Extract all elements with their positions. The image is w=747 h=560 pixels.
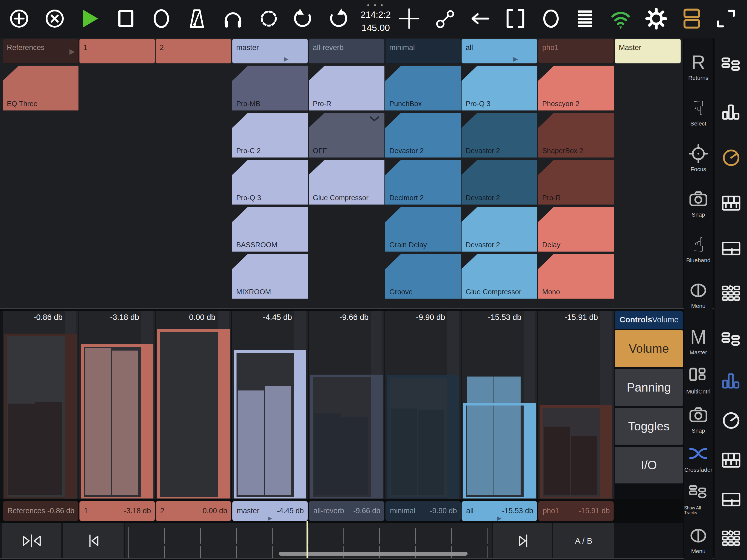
list-button[interactable] [572, 6, 598, 32]
track-label-master[interactable]: master-4.45 db▶ [232, 501, 308, 521]
sidebar-item-focus[interactable]: Focus [689, 143, 708, 173]
device-cell-devastor-2[interactable]: Devastor 2 [462, 113, 537, 157]
track-label-2[interactable]: 20.00 db [156, 501, 231, 521]
volume-fader-frame[interactable] [157, 329, 230, 499]
loop-button[interactable] [256, 6, 282, 32]
device-cell-glue-compressor[interactable]: Glue Compressor [309, 160, 384, 205]
device-cell-eq-three[interactable]: EQ Three [3, 66, 78, 110]
device-cell-grain-delay[interactable]: Grain Delay [385, 207, 461, 252]
sidebar-item-snap[interactable]: Snap [689, 404, 708, 434]
fader-column-all[interactable]: -15.53 db [462, 311, 537, 499]
volume-fader-frame[interactable] [387, 375, 459, 499]
track-label-all-reverb[interactable]: all-reverb-9.66 db [309, 501, 384, 521]
device-cell-glue-compressor[interactable]: Glue Compressor [462, 254, 537, 299]
sidebar-item-menu[interactable]: Menu [689, 525, 708, 555]
controls-button-io[interactable]: I/O [615, 447, 683, 483]
view-switch-bars[interactable] [721, 371, 741, 391]
brackets-button[interactable] [503, 6, 528, 32]
arrow-left-button[interactable] [467, 6, 493, 32]
expand-arrow-icon[interactable]: ▶ [268, 515, 272, 521]
device-cell-bassroom[interactable]: BASSROOM [232, 207, 308, 252]
view-switch-clips-grid[interactable] [721, 530, 741, 549]
device-cell-devastor-2[interactable]: Devastor 2 [462, 160, 537, 205]
redo-button[interactable] [326, 6, 351, 32]
expand-arrow-icon[interactable]: ▶ [284, 55, 288, 62]
fader-column-References[interactable]: -0.86 db [3, 311, 78, 499]
controls-mode-label[interactable]: Volume [652, 311, 679, 329]
device-cell-delay[interactable]: Delay [538, 207, 614, 252]
sidebar-item-show-all-tracks[interactable]: Show All Tracks [684, 483, 713, 515]
track-label-pho1[interactable]: pho1-15.91 db [538, 501, 614, 521]
device-cell-devastor-2[interactable]: Devastor 2 [462, 207, 537, 252]
close-circle-button[interactable] [42, 6, 68, 32]
device-cell-punchbox[interactable]: PunchBox [385, 66, 461, 110]
undo-button[interactable] [290, 6, 315, 32]
sidebar-item-snap[interactable]: Snap [689, 188, 708, 218]
controls-panel-header[interactable]: Controls Volume [615, 311, 683, 329]
device-cell-pro-r[interactable]: Pro-R [538, 160, 614, 205]
device-cell-groove[interactable]: Groove [385, 254, 461, 299]
track-header-all-reverb[interactable]: all-reverb [309, 39, 384, 63]
view-switch-clips-grid[interactable] [721, 285, 741, 304]
volume-fader-frame[interactable] [540, 405, 612, 499]
track-label-References[interactable]: References-0.86 db [3, 501, 78, 521]
metronome-button[interactable] [184, 6, 210, 32]
add-circle-button[interactable] [6, 6, 32, 32]
ab-crossfade-button[interactable]: A / B [553, 524, 614, 558]
sidebar-item-crossfader[interactable]: Crossfader [685, 443, 713, 473]
track-header-pho1[interactable]: pho1 [538, 39, 614, 63]
expand-arrow-icon[interactable]: ▶ [497, 515, 501, 521]
fader-column-minimal[interactable]: -9.90 db [385, 311, 461, 499]
volume-fader-frame[interactable] [234, 350, 306, 499]
headphones-button[interactable] [220, 6, 246, 32]
device-cell-decimort-2[interactable]: Decimort 2 [385, 160, 461, 205]
record-button[interactable] [149, 6, 174, 32]
view-switch-pads[interactable] [721, 450, 741, 470]
sidebar-item-returns[interactable]: RReturns [688, 52, 709, 81]
fader-column-pho1[interactable]: -15.91 db [538, 311, 614, 499]
device-cell-pro-r[interactable]: Pro-R [309, 66, 384, 110]
device-cell-pro-mb[interactable]: Pro-MB [232, 66, 308, 110]
dual-panes-button[interactable] [679, 6, 705, 32]
track-label-1[interactable]: 1-3.18 db [79, 501, 155, 521]
track-header-minimal[interactable]: minimal [385, 39, 461, 63]
play-button[interactable] [77, 6, 103, 32]
device-cell-shaperbox-2[interactable]: ShaperBox 2 [538, 113, 614, 157]
expand-arrow-icon[interactable]: ▶ [70, 47, 75, 56]
volume-fader-frame[interactable] [310, 375, 383, 499]
wifi-button[interactable] [608, 6, 634, 32]
expand-button[interactable] [713, 6, 739, 32]
sidebar-item-menu[interactable]: Menu [689, 280, 708, 309]
controls-button-volume[interactable]: Volume [615, 330, 683, 367]
view-switch-clock[interactable] [721, 148, 741, 168]
track-label-minimal[interactable]: minimal-9.90 db [385, 501, 461, 521]
device-cell-devastor-2[interactable]: Devastor 2 [385, 113, 461, 157]
timeline-ruler[interactable] [125, 524, 492, 558]
fader-column-all-reverb[interactable]: -9.66 db [309, 311, 384, 499]
tempo-display[interactable]: • • • 214:2:2 145.00 [355, 2, 396, 36]
device-cell-pro-q-3[interactable]: Pro-Q 3 [232, 160, 308, 205]
track-header-1[interactable]: 1 [79, 39, 155, 63]
track-header-all[interactable]: all▶ [462, 39, 537, 63]
fader-column-1[interactable]: -3.18 db [79, 311, 155, 499]
skip-to-end-button[interactable] [493, 524, 552, 558]
return-to-start-button[interactable] [63, 524, 124, 558]
controls-button-panning[interactable]: Panning [615, 369, 683, 406]
gear-button[interactable] [643, 6, 669, 32]
view-switch-clock[interactable] [721, 411, 741, 430]
view-switch-pads[interactable] [721, 193, 741, 213]
volume-fader-frame[interactable] [463, 403, 536, 499]
stop-button[interactable] [113, 6, 138, 32]
playhead[interactable] [307, 521, 308, 558]
skip-to-start-button[interactable] [2, 524, 61, 558]
sidebar-item-master[interactable]: MMaster [690, 326, 707, 356]
track-label-all[interactable]: all-15.53 db▶ [462, 501, 537, 521]
view-switch-split-panel[interactable] [721, 239, 741, 259]
view-switch-flow[interactable] [721, 331, 741, 351]
device-cell-mixroom[interactable]: MIXROOM [232, 254, 308, 299]
sidebar-item-bluehand[interactable]: ☝Bluehand [686, 234, 711, 263]
device-cell-mono[interactable]: Mono [538, 254, 614, 299]
track-header-Master[interactable]: Master [615, 39, 681, 63]
sidebar-item-select[interactable]: ☟Select [690, 97, 706, 127]
view-switch-bars[interactable] [721, 102, 741, 122]
